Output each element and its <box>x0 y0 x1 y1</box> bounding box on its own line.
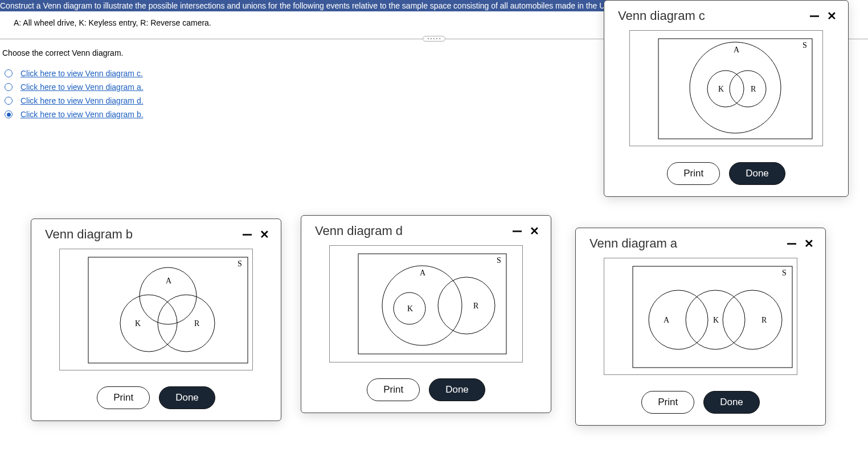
label-r-c: R <box>751 85 756 93</box>
popup-title-d: Venn diagram d <box>315 224 403 238</box>
venn-frame-b: S A K R <box>59 249 253 370</box>
popup-controls-d: ✕ <box>513 225 539 237</box>
label-s-b: S <box>238 259 242 268</box>
popup-footer-d: Print Done <box>301 369 551 413</box>
label-a-d: A <box>420 269 426 277</box>
label-k-d: K <box>407 304 413 313</box>
label-r-b: R <box>194 319 200 328</box>
close-icon[interactable]: ✕ <box>804 238 814 249</box>
option-link-d[interactable]: Click here to view Venn diagram d. <box>21 96 144 105</box>
done-button[interactable]: Done <box>429 378 485 401</box>
done-button[interactable]: Done <box>159 386 215 409</box>
close-icon[interactable]: ✕ <box>260 229 269 240</box>
label-r-a: R <box>761 316 767 324</box>
popup-header-b: Venn diagram b ✕ <box>31 219 281 246</box>
popup-body-a: S A K R <box>576 255 825 382</box>
done-button[interactable]: Done <box>703 391 760 414</box>
print-button[interactable]: Print <box>641 391 694 414</box>
popup-venn-a: Venn diagram a ✕ S A K R Print Done <box>575 228 826 426</box>
minimize-icon[interactable] <box>787 243 796 245</box>
popup-footer-b: Print Done <box>31 377 281 421</box>
svg-rect-8 <box>358 254 506 354</box>
label-s-c: S <box>803 41 807 50</box>
print-button[interactable]: Print <box>367 378 420 401</box>
popup-footer-a: Print Done <box>576 382 825 425</box>
print-button[interactable]: Print <box>667 162 720 185</box>
label-k-b: K <box>135 319 141 328</box>
popup-header-a: Venn diagram a ✕ <box>576 228 825 255</box>
label-k-a: K <box>713 316 719 324</box>
radio-a[interactable] <box>5 83 13 91</box>
option-link-a[interactable]: Click here to view Venn diagram a. <box>21 83 144 92</box>
venn-frame-c: S A K R <box>629 30 823 146</box>
popup-venn-d: Venn diagram d ✕ S A K R Print Done <box>301 215 551 413</box>
divider-handle[interactable]: • • • • • <box>423 36 445 42</box>
done-button[interactable]: Done <box>729 162 785 185</box>
popup-footer-c: Print Done <box>604 153 848 196</box>
close-icon[interactable]: ✕ <box>827 10 837 22</box>
popup-title-c: Venn diagram c <box>618 9 705 23</box>
popup-venn-b: Venn diagram b ✕ S A K R Print Done <box>31 219 281 421</box>
radio-b[interactable] <box>5 110 13 118</box>
label-a-a: A <box>664 316 670 324</box>
popup-venn-c: Venn diagram c ✕ S A K R Print Done <box>604 0 849 197</box>
minimize-icon[interactable] <box>513 230 522 232</box>
venn-frame-a: S A K R <box>604 258 797 375</box>
svg-point-1 <box>690 42 781 133</box>
option-link-b[interactable]: Click here to view Venn diagram b. <box>21 110 144 119</box>
label-r-d: R <box>473 302 479 310</box>
radio-c[interactable] <box>5 69 13 77</box>
popup-body-c: S A K R <box>604 28 848 153</box>
popup-header-c: Venn diagram c ✕ <box>604 1 848 28</box>
label-s-d: S <box>497 256 501 265</box>
svg-point-15 <box>723 290 782 349</box>
question-highlighted: Construct a Venn diagram to illustrate t… <box>0 0 630 11</box>
svg-point-9 <box>382 266 462 345</box>
minimize-icon[interactable] <box>810 15 819 17</box>
svg-point-11 <box>438 277 495 334</box>
svg-rect-4 <box>88 257 248 363</box>
print-button[interactable]: Print <box>97 386 150 409</box>
label-k-c: K <box>718 85 724 93</box>
popup-controls-b: ✕ <box>243 229 269 240</box>
popup-controls-a: ✕ <box>787 238 814 249</box>
close-icon[interactable]: ✕ <box>530 225 539 237</box>
venn-svg-d: S A K R <box>330 246 522 360</box>
popup-header-d: Venn diagram d ✕ <box>301 216 551 243</box>
venn-svg-c: S A K R <box>630 31 822 143</box>
venn-svg-b: S A K R <box>60 249 252 368</box>
svg-point-2 <box>707 71 744 107</box>
svg-point-5 <box>140 267 196 324</box>
minimize-icon[interactable] <box>243 234 252 236</box>
popup-controls-c: ✕ <box>810 10 837 22</box>
svg-point-7 <box>158 295 215 352</box>
svg-rect-12 <box>633 266 792 368</box>
popup-body-d: S A K R <box>301 243 551 369</box>
svg-point-13 <box>649 290 708 349</box>
venn-frame-d: S A K R <box>329 245 523 362</box>
label-a-c: A <box>734 46 740 54</box>
popup-title-b: Venn diagram b <box>45 227 133 242</box>
svg-point-3 <box>730 71 766 107</box>
popup-body-b: S A K R <box>31 246 281 377</box>
label-s-a: S <box>782 269 787 277</box>
option-link-c[interactable]: Click here to view Venn diagram c. <box>21 69 143 78</box>
venn-svg-a: S A K R <box>604 258 797 372</box>
radio-d[interactable] <box>5 97 13 105</box>
popup-title-a: Venn diagram a <box>589 236 677 251</box>
svg-point-6 <box>120 295 177 352</box>
label-a-b: A <box>166 277 172 285</box>
